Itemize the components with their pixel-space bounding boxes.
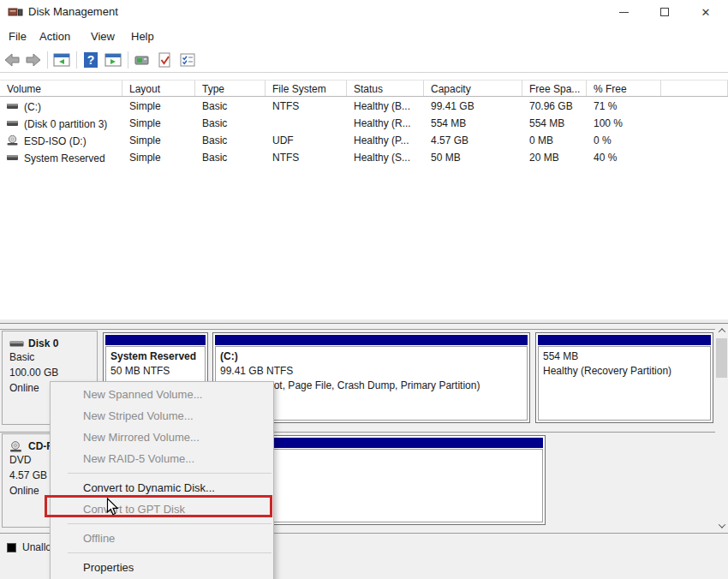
disk-volume-icon (7, 119, 19, 128)
menu-view[interactable]: View (91, 30, 115, 43)
disk-device-button[interactable] (133, 51, 152, 69)
minimize-button[interactable] (605, 0, 642, 24)
menu-item-new-raid5-volume[interactable]: New RAID-5 Volume... (51, 448, 273, 469)
cd-volume-icon (7, 135, 19, 146)
menu-item-new-spanned-volume[interactable]: New Spanned Volume... (51, 384, 273, 405)
menu-item-properties[interactable]: Properties (51, 557, 273, 578)
disk-volume-icon (7, 102, 19, 110)
volume-list-header: Volume Layout Type File System Status Ca… (0, 80, 728, 97)
disk0-row-divider (0, 329, 715, 330)
toolbar: ? (0, 48, 728, 73)
window-title: Disk Management (28, 5, 118, 18)
scroll-up-button[interactable] (715, 324, 728, 337)
menu-separator (68, 473, 272, 474)
partition-status-bar (215, 335, 528, 345)
menu-separator (68, 552, 272, 553)
column-header-type[interactable]: Type (195, 81, 266, 96)
volume-row-partition3[interactable]: (Disk 0 partition 3) Simple Basic Health… (0, 115, 728, 132)
title-bar: Disk Management ✕ (0, 0, 728, 24)
disk0-size: 100.00 GB (9, 365, 97, 380)
check-document-icon (156, 51, 173, 69)
disk-management-window: Disk Management ✕ File Action View Help (0, 0, 728, 579)
column-header-capacity[interactable]: Capacity (424, 81, 522, 96)
column-header-filler (661, 81, 728, 96)
back-icon (3, 51, 21, 69)
forward-icon (25, 51, 42, 69)
disk-device-icon (134, 51, 151, 69)
disk0-kind: Basic (9, 349, 97, 365)
column-header-status[interactable]: Status (347, 81, 424, 96)
menu-help[interactable]: Help (131, 30, 154, 43)
scrollbar-thumb[interactable] (716, 338, 727, 378)
vertical-scrollbar[interactable] (715, 324, 728, 533)
highlight-annotation-box (45, 495, 272, 517)
console-tree-icon (53, 51, 70, 69)
toolbar-separator (47, 51, 48, 69)
menu-action[interactable]: Action (39, 30, 70, 43)
chevron-down-icon (718, 521, 725, 528)
unallocated-swatch (7, 543, 16, 552)
cd-drive-icon (9, 441, 24, 452)
action-pane-icon (104, 51, 122, 69)
partition-recovery[interactable]: 554 MB Healthy (Recovery Partition) (535, 332, 713, 423)
action-pane-button[interactable] (104, 51, 122, 69)
menu-item-offline[interactable]: Offline (51, 528, 273, 549)
scroll-down-button[interactable] (715, 519, 728, 533)
svg-text:?: ? (87, 53, 95, 67)
checklist-button[interactable] (178, 51, 197, 69)
disk-drive-icon (9, 339, 24, 349)
app-icon (8, 5, 23, 22)
maximize-button[interactable] (646, 0, 683, 24)
help-button[interactable]: ? (81, 51, 100, 69)
column-header-layout[interactable]: Layout (122, 81, 195, 96)
menu-separator (68, 523, 272, 524)
column-header-file-system[interactable]: File System (266, 81, 347, 96)
close-icon: ✕ (701, 7, 711, 18)
menu-item-new-mirrored-volume[interactable]: New Mirrored Volume... (51, 427, 273, 448)
menu-item-new-striped-volume[interactable]: New Striped Volume... (51, 405, 273, 427)
check-document-button[interactable] (155, 51, 174, 69)
checklist-icon (179, 51, 196, 69)
volume-row-c[interactable]: (C:) Simple Basic NTFS Healthy (B... 99.… (0, 98, 728, 115)
column-header-free-space[interactable]: Free Spa... (522, 81, 587, 96)
disk-context-menu: New Spanned Volume... New Striped Volume… (50, 381, 274, 579)
column-header-volume[interactable]: Volume (0, 81, 122, 96)
toolbar-separator (128, 51, 128, 69)
chevron-up-icon (718, 328, 725, 335)
volume-list: Volume Layout Type File System Status Ca… (0, 73, 728, 319)
volume-row-esd-iso[interactable]: ESD-ISO (D:) Simple Basic UDF Healthy (P… (0, 132, 728, 149)
mouse-cursor-icon (106, 498, 119, 520)
back-button[interactable] (3, 51, 21, 69)
disk0-name: Disk 0 (28, 337, 58, 349)
help-icon: ? (82, 51, 99, 69)
toolbar-separator (76, 51, 77, 69)
menu-bar: File Action View Help (0, 24, 728, 48)
menu-file[interactable]: File (9, 30, 27, 43)
column-header-pct-free[interactable]: % Free (587, 81, 661, 96)
volume-row-system-reserved[interactable]: System Reserved Simple Basic NTFS Health… (0, 149, 728, 166)
partition-status-bar (538, 335, 711, 345)
disk-volume-icon (7, 153, 19, 162)
close-button[interactable]: ✕ (687, 0, 725, 24)
maximize-icon (660, 8, 669, 16)
console-tree-button[interactable] (52, 51, 71, 69)
forward-button[interactable] (24, 51, 43, 69)
partition-status-bar (105, 335, 206, 345)
minimize-icon (619, 12, 629, 13)
